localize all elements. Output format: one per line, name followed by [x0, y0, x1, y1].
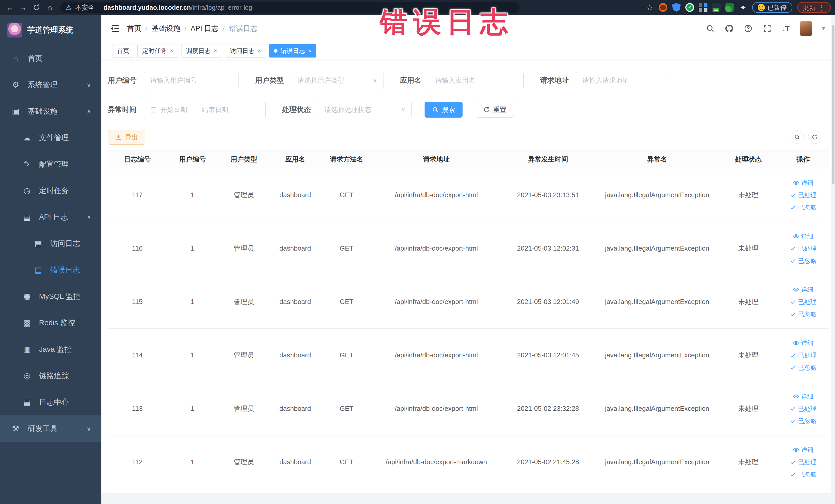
sidebar-item-log-center[interactable]: ▤ 日志中心	[0, 389, 101, 416]
detail-link[interactable]: 详细	[793, 392, 813, 401]
process-status-select[interactable]: 请选择处理状态 ∨	[318, 101, 412, 118]
svg-text:t: t	[782, 26, 784, 32]
cell-actions: 详细 已处理 已忽略	[778, 382, 829, 436]
user-type-select[interactable]: 请选择用户类型 ∨	[291, 72, 384, 89]
detail-link[interactable]: 详细	[793, 285, 813, 294]
breadcrumb-item[interactable]: 错误日志	[229, 24, 258, 33]
tab-访问日志[interactable]: 访问日志 ×	[225, 44, 266, 58]
processed-label: 已处理	[798, 405, 816, 413]
close-icon[interactable]: ×	[258, 47, 261, 54]
sidebar-item-access-log[interactable]: ▤ 访问日志	[0, 230, 101, 257]
mark-ignored-link[interactable]: 已忽略	[790, 257, 816, 265]
mark-processed-link[interactable]: 已处理	[790, 191, 816, 199]
help-icon[interactable]	[743, 23, 753, 34]
cell-url: /api/infra/db-doc/export-html	[372, 168, 501, 222]
mark-ignored-link[interactable]: 已忽略	[790, 364, 816, 372]
tab-错误日志[interactable]: 错误日志 ×	[269, 44, 317, 58]
mark-ignored-link[interactable]: 已忽略	[790, 417, 816, 425]
sidebar-item-java[interactable]: ▥ Java 监控	[0, 336, 101, 363]
extension-v-icon[interactable]: ✓	[685, 3, 694, 12]
table-row: 113 1 管理员 dashboard GET /api/infra/db-do…	[108, 382, 829, 436]
extension-shield-icon[interactable]	[672, 3, 681, 12]
close-icon[interactable]: ×	[170, 47, 173, 54]
app-name-input[interactable]: 请输入应用名	[429, 72, 524, 89]
gear-icon: ⚙	[10, 80, 21, 89]
refresh-table-button[interactable]	[808, 130, 821, 144]
export-button[interactable]: 导出	[108, 130, 145, 144]
sidebar-item-mysql[interactable]: ▦ MySQL 监控	[0, 283, 101, 310]
sidebar-item-error-log[interactable]: ▤ 错误日志	[0, 257, 101, 283]
sidebar-item-dev-tools[interactable]: ⚒ 研发工具∨	[0, 416, 101, 442]
mark-ignored-link[interactable]: 已忽略	[790, 470, 816, 479]
close-icon[interactable]: ×	[214, 47, 217, 54]
tab-调度日志[interactable]: 调度日志 ×	[181, 44, 222, 58]
mark-processed-link[interactable]: 已处理	[790, 351, 816, 360]
back-icon[interactable]: ←	[4, 2, 15, 13]
close-icon[interactable]: ×	[308, 47, 312, 54]
sidebar-item-api-log[interactable]: ▤ API 日志∧	[0, 204, 101, 230]
mark-processed-link[interactable]: 已处理	[790, 298, 816, 306]
paused-pill[interactable]: 已暂停	[752, 2, 792, 13]
reload-icon[interactable]	[31, 2, 42, 13]
cell-actions: 详细 已处理 已忽略	[778, 275, 829, 329]
mark-processed-link[interactable]: 已处理	[790, 244, 816, 253]
fullscreen-icon[interactable]	[762, 23, 772, 34]
extension-orange-icon[interactable]	[659, 3, 667, 12]
font-size-icon[interactable]: tT	[781, 23, 791, 34]
detail-link[interactable]: 详细	[793, 446, 813, 454]
app-name-placeholder: 请输入应用名	[435, 76, 475, 85]
chevron-down-icon[interactable]: ▼	[821, 25, 826, 32]
reset-button[interactable]: 重置	[476, 102, 514, 118]
breadcrumb-item[interactable]: 基础设施	[152, 24, 180, 33]
sidebar-item-file[interactable]: ☁ 文件管理	[0, 124, 101, 151]
tab-定时任务[interactable]: 定时任务 ×	[137, 44, 178, 58]
tools-icon: ⚒	[10, 424, 21, 434]
sidebar-item-infra[interactable]: ▣ 基础设施∧	[0, 98, 101, 124]
mark-processed-link[interactable]: 已处理	[790, 405, 816, 413]
exception-time-range-input[interactable]: 开始日期 - 结束日期	[144, 101, 266, 118]
bookmark-star-icon[interactable]: ☆	[645, 3, 654, 12]
ignored-label: 已忽略	[798, 470, 816, 479]
mark-ignored-link[interactable]: 已忽略	[790, 310, 816, 318]
request-url-input[interactable]: 请输入请求地址	[576, 72, 671, 89]
user-avatar[interactable]	[800, 21, 812, 36]
scrollbar-thumb[interactable]	[832, 25, 834, 184]
sidebar-item-label: 访问日志	[50, 239, 80, 249]
user-id-input[interactable]: 请输入用户编号	[144, 72, 239, 89]
table-body: 117 1 管理员 dashboard GET /api/infra/db-do…	[108, 168, 829, 489]
sidebar-logo[interactable]: 芋道管理系统	[0, 15, 101, 45]
extension-on-badge-icon[interactable]: on	[712, 3, 721, 12]
page-scrollbar[interactable]	[831, 15, 835, 504]
kebab-menu-icon[interactable]: ⋮	[818, 3, 825, 12]
breadcrumb-item[interactable]: API 日志	[191, 24, 219, 33]
home-icon[interactable]: ⌂	[44, 2, 56, 13]
extension-leaf-icon[interactable]	[726, 3, 734, 12]
mark-processed-link[interactable]: 已处理	[790, 458, 816, 466]
header-actions: tT ▼	[705, 21, 826, 36]
detail-link[interactable]: 详细	[793, 179, 813, 187]
detail-link[interactable]: 详细	[793, 339, 813, 347]
mark-ignored-link[interactable]: 已忽略	[790, 203, 816, 211]
extension-grid-icon[interactable]	[699, 3, 708, 12]
sidebar-item-system[interactable]: ⚙ 系统管理∨	[0, 72, 101, 98]
eye-icon: ◎	[22, 371, 32, 381]
detail-link[interactable]: 详细	[793, 232, 813, 240]
sidebar-item-redis[interactable]: ▩ Redis 监控	[0, 310, 101, 336]
sidebar-item-home[interactable]: ⌂ 首页	[0, 45, 101, 72]
sidebar-item-job[interactable]: ◷ 定时任务	[0, 177, 101, 204]
github-icon[interactable]	[724, 23, 734, 34]
update-button[interactable]: 更新 ⋮	[797, 2, 831, 13]
sidebar-item-trace[interactable]: ◎ 链路追踪	[0, 363, 101, 389]
search-button[interactable]: 搜索	[425, 102, 463, 118]
extension-puzzle-icon[interactable]: ✦	[739, 3, 748, 12]
tab-首页[interactable]: 首页	[112, 44, 134, 58]
breadcrumb-item[interactable]: 首页	[127, 24, 141, 33]
check-icon	[790, 258, 796, 264]
logo-avatar	[7, 23, 22, 38]
search-icon[interactable]	[705, 23, 715, 34]
search-toggle-button[interactable]	[791, 130, 804, 144]
collapse-sidebar-icon[interactable]	[110, 23, 120, 34]
forward-icon[interactable]: →	[18, 2, 29, 13]
sidebar-item-config[interactable]: ✎ 配置管理	[0, 151, 101, 177]
tab-label: 访问日志	[230, 47, 254, 55]
